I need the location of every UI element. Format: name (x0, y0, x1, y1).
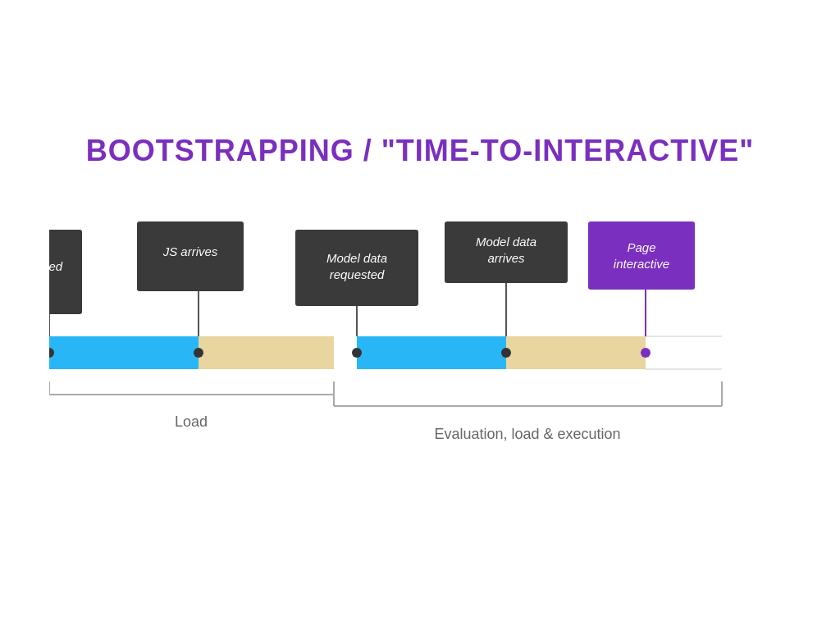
dot-js-arrives (194, 348, 203, 358)
dot-model-data-arrives (501, 348, 511, 358)
dot-page-interactive (641, 348, 651, 358)
label-model-data-arrives-line1: Model data (476, 235, 536, 249)
label-model-data-arrives-line2: arrives (487, 251, 525, 265)
label-model-data-requested-line2: requested (330, 267, 385, 281)
timeline-svg: JS requested JS arrives Model data reque… (49, 217, 791, 496)
diagram: JS requested JS arrives Model data reque… (49, 217, 791, 496)
label-js-requested: JS requested (49, 259, 63, 273)
blue-segment-2 (357, 336, 506, 369)
slide: BOOTSTRAPPING / "TIME-TO-INTERACTIVE" (0, 0, 840, 630)
yellow-segment-2 (506, 336, 646, 369)
blue-segment-1 (49, 336, 199, 369)
slide-title: BOOTSTRAPPING / "TIME-TO-INTERACTIVE" (86, 134, 754, 168)
label-page-interactive-line2: interactive (614, 257, 669, 271)
label-eval: Evaluation, load & execution (434, 426, 620, 442)
label-load: Load (175, 413, 208, 430)
yellow-segment-1 (199, 336, 334, 369)
label-page-interactive-line1: Page (627, 240, 655, 254)
label-js-arrives: JS arrives (162, 244, 218, 258)
dot-model-data-requested (352, 348, 362, 358)
label-model-data-requested-line1: Model data (326, 251, 387, 265)
label-page-interactive-box (588, 221, 695, 290)
